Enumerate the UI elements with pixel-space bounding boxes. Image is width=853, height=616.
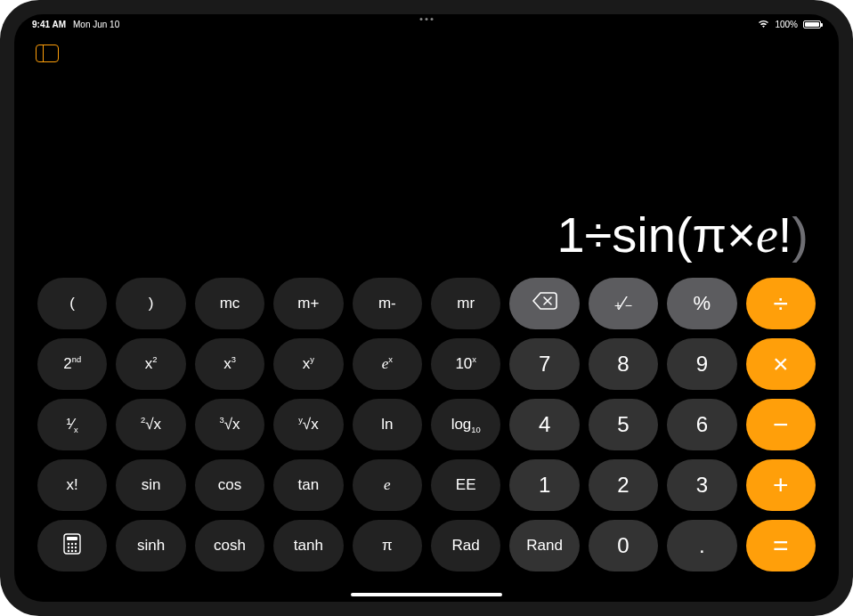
percent-label: % xyxy=(694,292,711,315)
reciprocal-button[interactable]: ¹⁄x xyxy=(37,399,107,450)
digit-5-label: 5 xyxy=(617,412,629,437)
svg-point-7 xyxy=(75,546,77,547)
svg-point-2 xyxy=(68,542,69,544)
power-button[interactable]: xy xyxy=(273,338,343,390)
sqrt-button[interactable]: 2√x xyxy=(116,399,185,450)
device-frame: 9:41 AM Mon Jun 10 100% 1÷sin(π×e!) xyxy=(0,0,853,616)
battery-icon xyxy=(803,20,821,28)
decimal-label: . xyxy=(699,533,705,558)
digit-6-button[interactable]: 6 xyxy=(667,399,736,450)
home-indicator[interactable] xyxy=(351,593,502,596)
cbrt-button[interactable]: 3√x xyxy=(195,399,264,450)
rad-deg-label: Rad xyxy=(452,537,480,555)
tanh-button[interactable]: tanh xyxy=(273,520,343,571)
euler-e-label: e xyxy=(384,476,391,494)
equals-button[interactable]: = xyxy=(746,520,816,571)
digit-9-button[interactable]: 9 xyxy=(667,338,736,390)
yroot-button[interactable]: y√x xyxy=(273,399,343,450)
cbrt-label: 3√x xyxy=(219,416,240,434)
factorial-label: x! xyxy=(67,476,78,494)
digit-4-button[interactable]: 4 xyxy=(509,399,579,450)
divide-label: ÷ xyxy=(774,288,788,319)
screen: 9:41 AM Mon Jun 10 100% 1÷sin(π×e!) xyxy=(14,14,839,602)
status-time: 9:41 AM xyxy=(32,20,66,29)
digit-7-label: 7 xyxy=(539,352,550,377)
subtract-button[interactable]: − xyxy=(746,399,816,450)
ten-power-x-button[interactable]: 10x xyxy=(431,338,500,390)
right-paren-label: ) xyxy=(149,295,154,312)
ten-power-x-label: 10x xyxy=(455,355,476,373)
calc-icon xyxy=(63,533,81,559)
ee-exponent-label: EE xyxy=(456,476,476,494)
digit-1-button[interactable]: 1 xyxy=(509,459,579,511)
square-label: x2 xyxy=(145,355,158,373)
cos-label: cos xyxy=(218,476,241,494)
sqrt-label: 2√x xyxy=(141,416,161,434)
digit-0-button[interactable]: 0 xyxy=(589,520,658,571)
memory-recall-button[interactable]: mr xyxy=(431,278,500,329)
percent-button[interactable]: % xyxy=(667,278,736,329)
tan-button[interactable]: tan xyxy=(273,459,343,511)
factorial-button[interactable]: x! xyxy=(37,459,107,511)
calc-mode-button[interactable] xyxy=(37,520,107,571)
status-date: Mon Jun 10 xyxy=(73,20,119,29)
ln-button[interactable]: ln xyxy=(353,399,422,450)
backspace-button[interactable] xyxy=(509,278,579,329)
svg-point-6 xyxy=(71,546,73,547)
square-button[interactable]: x2 xyxy=(116,338,185,390)
cube-label: x3 xyxy=(223,355,236,373)
svg-point-10 xyxy=(75,549,77,551)
divide-button[interactable]: ÷ xyxy=(746,278,816,329)
sign-toggle-button[interactable]: +⁄− xyxy=(589,278,658,329)
log10-button[interactable]: log10 xyxy=(431,399,500,450)
digit-3-button[interactable]: 3 xyxy=(667,459,736,511)
second-button[interactable]: 2nd xyxy=(37,338,107,390)
calculator-display: 1÷sin(π×e!) xyxy=(14,30,839,272)
right-paren-button[interactable]: ) xyxy=(116,278,185,329)
multiply-button[interactable]: × xyxy=(746,338,816,390)
memory-add-button[interactable]: m+ xyxy=(273,278,343,329)
memory-sub-button[interactable]: m- xyxy=(353,278,422,329)
digit-0-label: 0 xyxy=(617,533,629,558)
tanh-label: tanh xyxy=(294,537,323,555)
svg-rect-1 xyxy=(67,537,77,540)
sidebar-toggle-icon[interactable] xyxy=(36,45,59,62)
tan-label: tan xyxy=(298,476,320,494)
decimal-button[interactable]: . xyxy=(667,520,736,571)
left-paren-button[interactable]: ( xyxy=(37,278,107,329)
e-power-x-button[interactable]: ex xyxy=(353,338,422,390)
euler-e-button[interactable]: e xyxy=(353,459,422,511)
multitask-dots-icon[interactable] xyxy=(420,18,434,20)
digit-9-label: 9 xyxy=(696,352,708,377)
add-button[interactable]: + xyxy=(746,459,816,511)
wifi-icon xyxy=(758,20,769,28)
pi-button[interactable]: π xyxy=(353,520,422,571)
cosh-button[interactable]: cosh xyxy=(195,520,264,571)
sin-button[interactable]: sin xyxy=(116,459,185,511)
rand-button[interactable]: Rand xyxy=(509,520,579,571)
memory-recall-label: mr xyxy=(457,295,475,312)
expression-text: 1÷sin(π×e!) xyxy=(556,206,808,263)
ee-exponent-button[interactable]: EE xyxy=(431,459,500,511)
rand-label: Rand xyxy=(526,537,563,555)
status-bar: 9:41 AM Mon Jun 10 100% xyxy=(14,14,839,30)
digit-7-button[interactable]: 7 xyxy=(509,338,579,390)
cos-button[interactable]: cos xyxy=(195,459,264,511)
memory-clear-button[interactable]: mc xyxy=(195,278,264,329)
rad-deg-button[interactable]: Rad xyxy=(431,520,500,571)
svg-point-9 xyxy=(71,549,73,551)
digit-5-button[interactable]: 5 xyxy=(589,399,658,450)
memory-clear-label: mc xyxy=(220,295,240,312)
left-paren-label: ( xyxy=(69,295,75,312)
digit-8-button[interactable]: 8 xyxy=(589,338,658,390)
sinh-label: sinh xyxy=(137,537,165,555)
svg-point-3 xyxy=(71,542,73,544)
second-label: 2nd xyxy=(63,355,81,373)
digit-4-label: 4 xyxy=(539,412,550,437)
digit-2-button[interactable]: 2 xyxy=(589,459,658,511)
e-power-x-label: ex xyxy=(382,355,393,373)
sinh-button[interactable]: sinh xyxy=(116,520,185,571)
multiply-label: × xyxy=(773,349,789,379)
cube-button[interactable]: x3 xyxy=(195,338,264,390)
digit-8-label: 8 xyxy=(617,352,629,377)
